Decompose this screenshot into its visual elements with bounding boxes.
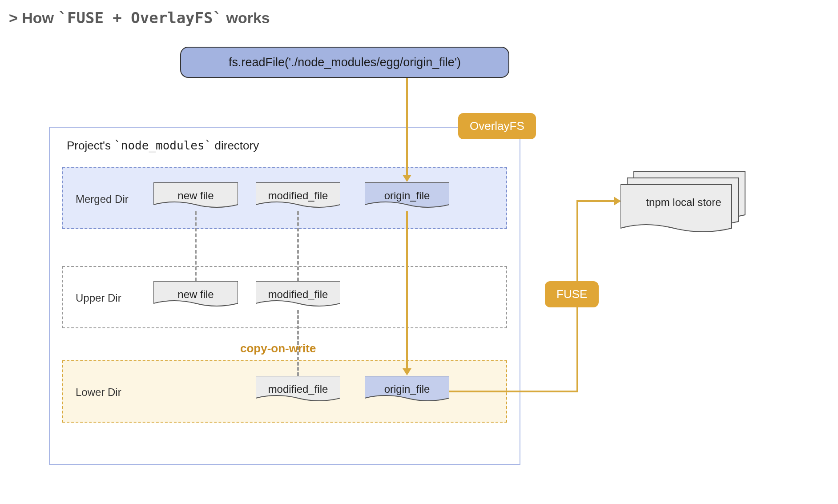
- lower-origin-file: origin_file: [365, 376, 449, 405]
- diagram-title: > How `FUSE + OverlayFS` works: [9, 9, 270, 27]
- merged-dir-label: Merged Dir: [76, 193, 129, 206]
- fuse-badge: FUSE: [545, 281, 599, 307]
- tnpm-store: tnpm local store: [620, 171, 747, 236]
- lower-modified-file-label: modified_file: [256, 383, 340, 395]
- overlayfs-badge: OverlayFS: [458, 113, 536, 139]
- arrow-merged-to-lower: [406, 211, 408, 370]
- title-prefix: > How: [9, 9, 58, 26]
- lower-modified-file: modified_file: [256, 376, 340, 405]
- upper-new-file: new file: [153, 281, 238, 310]
- arrowhead-readfile-to-merged: [403, 175, 411, 182]
- merged-new-file: new file: [153, 182, 238, 211]
- container-code: `node_modules`: [114, 139, 211, 152]
- lower-dir-label: Lower Dir: [76, 386, 121, 399]
- project-container-label: Project's `node_modules` directory: [67, 139, 259, 153]
- title-suffix: works: [222, 9, 270, 26]
- container-prefix: Project's: [67, 139, 114, 152]
- arrow-readfile-to-merged: [406, 78, 408, 177]
- merged-modified-file: modified_file: [256, 182, 340, 211]
- title-code: `FUSE + OverlayFS`: [58, 9, 222, 27]
- upper-modified-file-label: modified_file: [256, 288, 340, 301]
- arrow-fuse-to-store-h: [576, 200, 616, 202]
- arrowhead-fuse-to-store: [614, 197, 621, 206]
- arrowhead-merged-to-lower: [403, 368, 411, 375]
- arrow-lower-to-fuse-h: [449, 391, 578, 392]
- upper-new-file-label: new file: [153, 288, 238, 301]
- readfile-call-text: fs.readFile('./node_modules/egg/origin_f…: [229, 56, 461, 69]
- link-modified-merged-upper: [297, 211, 299, 281]
- merged-modified-file-label: modified_file: [256, 190, 340, 202]
- readfile-call-box: fs.readFile('./node_modules/egg/origin_f…: [180, 47, 509, 78]
- container-suffix: directory: [211, 139, 259, 152]
- merged-origin-file: origin_file: [365, 182, 449, 211]
- merged-new-file-label: new file: [153, 190, 238, 202]
- tnpm-store-label: tnpm local store: [626, 196, 741, 209]
- merged-origin-file-label: origin_file: [365, 190, 449, 202]
- lower-origin-file-label: origin_file: [365, 383, 449, 395]
- upper-modified-file: modified_file: [256, 281, 340, 310]
- upper-dir-label: Upper Dir: [76, 292, 121, 304]
- link-newfile-merged-upper: [195, 211, 197, 281]
- copy-on-write-label: copy-on-write: [240, 342, 316, 355]
